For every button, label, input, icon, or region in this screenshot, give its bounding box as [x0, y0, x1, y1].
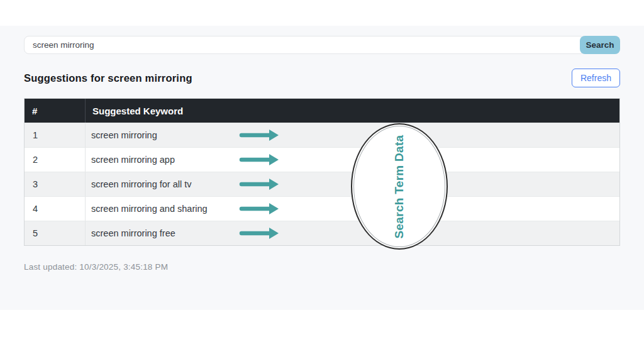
arrow-right-icon[interactable] [239, 178, 279, 191]
keyword-text: screen mirroring free [91, 228, 175, 238]
keyword-text: screen mirroring [91, 130, 157, 140]
column-header-keyword: Suggested Keyword [86, 99, 619, 123]
table-row: 5 screen mirroring free [25, 221, 619, 245]
search-input[interactable] [24, 36, 585, 54]
refresh-button[interactable]: Refresh [572, 69, 620, 87]
page-title: Suggestions for screen mirroring [24, 72, 192, 84]
arrow-right-icon[interactable] [239, 202, 279, 215]
table-row: 4 screen mirroring and sharing [25, 196, 619, 221]
table-body: 1 screen mirroring 2 screen mirroring ap… [25, 123, 619, 245]
keyword-text: screen mirroring and sharing [91, 204, 208, 214]
table-row: 3 screen mirroring for all tv [25, 172, 619, 196]
main-container: Search Suggestions for screen mirroring … [24, 26, 620, 272]
column-header-number: # [25, 99, 86, 123]
table-row: 1 screen mirroring [25, 123, 619, 147]
search-bar: Search [24, 36, 620, 54]
search-button[interactable]: Search [580, 36, 620, 54]
row-cell-keyword: screen mirroring free [86, 221, 619, 245]
suggestions-table: # Suggested Keyword 1 screen mirroring 2… [24, 98, 620, 246]
keyword-text: screen mirroring for all tv [91, 179, 192, 189]
table-row: 2 screen mirroring app [25, 147, 619, 172]
row-number: 2 [25, 148, 86, 172]
annotation-label: Search Term Data [392, 135, 406, 238]
arrow-right-icon[interactable] [239, 129, 279, 141]
keyword-text: screen mirroring app [91, 155, 175, 165]
table-header-row: # Suggested Keyword [25, 99, 619, 123]
row-number: 4 [25, 197, 86, 221]
arrow-right-icon[interactable] [239, 227, 279, 240]
search-term-data-annotation-oval: Search Term Data [351, 123, 448, 250]
row-number: 1 [25, 123, 86, 147]
suggestions-header-row: Suggestions for screen mirroring Refresh [24, 69, 620, 87]
row-number: 5 [25, 221, 86, 245]
row-number: 3 [25, 172, 86, 196]
row-cell-keyword: screen mirroring [86, 123, 619, 147]
last-updated-text: Last updated: 10/3/2025, 3:45:18 PM [24, 262, 620, 272]
arrow-right-icon[interactable] [239, 153, 279, 166]
